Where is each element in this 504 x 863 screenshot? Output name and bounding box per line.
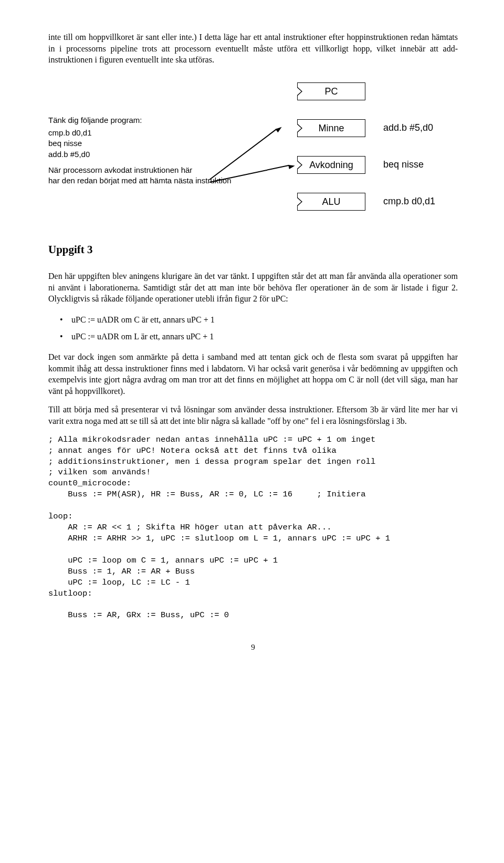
triangle-icon: [297, 193, 303, 211]
bullet-item: • uPC := uADR om C är ett, annars uPC + …: [60, 314, 458, 326]
paragraph-2: Det var dock ingen som anmärkte på detta…: [48, 351, 458, 397]
intro-paragraph: inte till om hoppvillkoret är sant eller…: [48, 32, 458, 66]
stage-label-alu: cmp.b d0,d1: [383, 195, 435, 207]
bullet-dot-icon: •: [60, 331, 71, 342]
arrow-head-icon: [276, 125, 283, 132]
paragraph-3: Till att börja med så presenterar vi två…: [48, 404, 458, 427]
diagram-prompt: Tänk dig följande program:: [48, 115, 248, 126]
bullet-text: uPC := uADR om C är ett, annars uPC + 1: [71, 314, 215, 326]
triangle-icon: [297, 82, 303, 100]
code-line: cmp.b d0,d1: [48, 128, 248, 138]
diagram-annotation-1: När processorn avkodat instruktionen här: [48, 165, 248, 175]
minne-label: Minne: [318, 123, 344, 133]
triangle-icon: [297, 119, 303, 137]
alu-box: ALU: [297, 193, 365, 211]
section-heading: Uppgift 3: [48, 242, 458, 257]
stage-label-minne: add.b #5,d0: [383, 121, 433, 134]
pc-box: PC: [297, 82, 365, 100]
bullet-dot-icon: •: [60, 314, 71, 326]
pipeline-diagram: Tänk dig följande program: cmp.b d0,d1 b…: [48, 82, 458, 219]
stage-label-avk: beq nisse: [383, 158, 424, 171]
assembly-code: cmp.b d0,d1 beq nisse add.b #5,d0: [48, 128, 248, 160]
code-line: beq nisse: [48, 138, 248, 149]
arrow-head-icon: [288, 163, 295, 169]
avkodning-box: Avkodning: [297, 156, 365, 174]
pc-label: PC: [324, 86, 338, 97]
page-number: 9: [48, 642, 458, 652]
avkodning-label: Avkodning: [309, 160, 353, 170]
bullet-text: uPC := uADR om L är ett, annars uPC + 1: [71, 331, 214, 342]
bullet-item: • uPC := uADR om L är ett, annars uPC + …: [60, 331, 458, 342]
microcode-listing: ; Alla mikrokodsrader nedan antas innehå…: [48, 434, 458, 621]
code-line: add.b #5,d0: [48, 149, 248, 160]
alu-label: ALU: [322, 196, 340, 207]
triangle-icon: [297, 156, 303, 174]
minne-box: Minne: [297, 119, 365, 137]
paragraph-1: Den här uppgiften blev aningens klurigar…: [48, 271, 458, 305]
bullet-list: • uPC := uADR om C är ett, annars uPC + …: [48, 314, 458, 342]
